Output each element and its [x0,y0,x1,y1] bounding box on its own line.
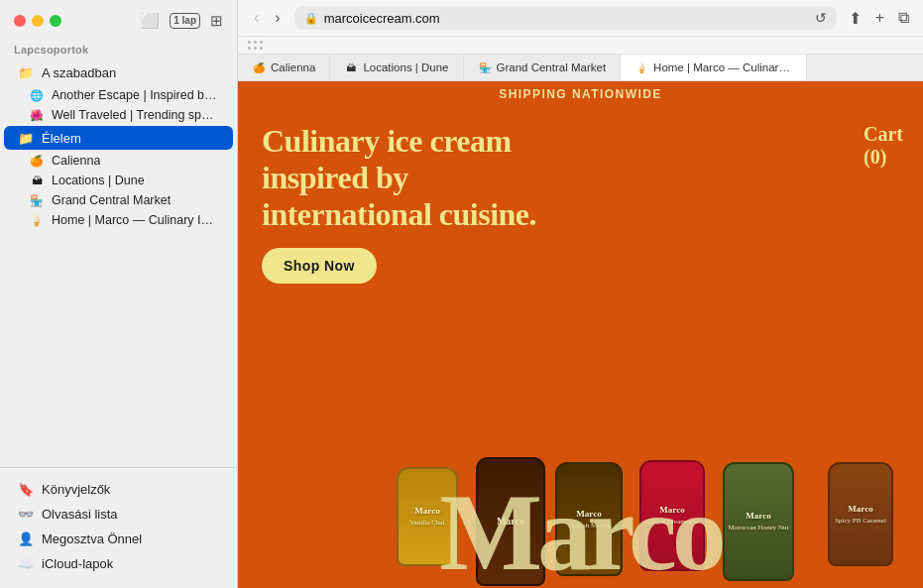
marco-tab-title: Home | Marco — Culinary Ice Cream [653,61,792,73]
sidebar-item-another-escape[interactable]: 🌐 Another Escape | Inspired by nature [4,85,233,105]
group-szabadban-label: A szabadban [42,65,116,80]
close-button[interactable] [14,15,26,27]
drag-dots-row [238,37,923,55]
tab-calienna[interactable]: 🍊 Calienna [238,55,330,80]
dune-tab-favicon: 🏔 [344,60,358,74]
dune-tab-title: Locations | Dune [363,61,448,73]
lock-icon: 🔒 [304,12,318,25]
grand-central-favicon: 🏪 [30,193,44,207]
shared-icon: 👤 [18,530,34,546]
sidebar: ⬜ 1 lap ⊞ Lapcsoportok 📁 A szabadban 🌐 A… [0,0,238,588]
forward-button[interactable]: › [269,7,286,29]
tub-dark-chocolate: Marco [476,457,545,586]
reading-list-icon: 👓 [18,506,34,522]
shared-label: Megosztva Önnel [42,531,142,546]
traffic-lights [14,15,61,27]
shop-now-button[interactable]: Shop Now [262,248,377,284]
tab-grand-central[interactable]: 🏪 Grand Central Market [464,55,622,80]
marco-tab-favicon: 🍦 [635,60,648,74]
sidebar-item-reading-list[interactable]: 👓 Olvasási lista [4,502,233,526]
shipping-banner: SHIPPING NATIONWIDE [238,81,923,107]
group-elelem-label: Élelem [42,131,81,146]
well-traveled-favicon: 🌺 [30,108,44,122]
tub-moroccan-honey: MarcoMoroccan Honey Nut [723,462,794,581]
cart-button[interactable]: Cart (0) [864,123,903,169]
folder-icon: 📁 [18,64,34,80]
icloud-icon: ☁️ [18,555,34,571]
tub-ginger-dreamsicle: MarcoGinger Dreamsicle [639,460,705,571]
dune-label: Locations | Dune [52,174,145,187]
new-tab-button[interactable]: + [871,7,888,30]
bookmarks-icon: 🔖 [18,481,34,497]
sidebar-top-bar: ⬜ 1 lap ⊞ [0,0,237,36]
grand-central-tab-favicon: 🏪 [478,60,492,74]
toolbar: ‹ › 🔒 marcoicecream.com ↺ ⬆ + ⧉ [238,0,923,37]
fullscreen-button[interactable] [50,15,61,27]
hero-headline: Culinary ice cream inspired by internati… [262,123,536,232]
sidebar-item-icloud-tabs[interactable]: ☁️ iCloud-lapok [4,551,233,575]
marco-label: Home | Marco — Culinary Ice Cream [52,213,219,227]
another-escape-favicon: 🌐 [30,88,44,102]
minimize-button[interactable] [32,15,44,27]
bookmarks-label: Könyvjelzők [42,482,110,497]
groups-section-label: Lapcsoportok [0,36,237,59]
toolbar-actions: ⬆ + ⧉ [845,7,913,30]
marco-favicon: 🍦 [30,213,44,227]
share-button[interactable]: ⬆ [845,7,865,30]
back-button[interactable]: ‹ [248,7,265,29]
sidebar-item-calienna[interactable]: 🍊 Calienna [4,151,233,171]
drag-dot [248,41,251,44]
address-bar[interactable]: 🔒 marcoicecream.com ↺ [294,6,837,30]
drag-dot [248,47,251,50]
drag-dots [248,41,264,51]
calienna-label: Calienna [52,154,100,168]
sidebar-item-bookmarks[interactable]: 🔖 Könyvjelzők [4,477,233,501]
drag-dot [260,47,263,50]
sidebar-item-locations-dune[interactable]: 🏔 Locations | Dune [4,171,233,190]
calienna-favicon: 🍊 [30,154,44,168]
headline-line1: Culinary ice cream [262,123,512,159]
hero-text-overlay: Culinary ice cream inspired by internati… [262,123,536,284]
tab-dune[interactable]: 🏔 Locations | Dune [330,55,463,80]
icloud-label: iCloud-lapok [42,556,113,571]
sidebar-item-well-traveled[interactable]: 🌺 Well Traveled | Trending spots, en... [4,105,233,125]
tub-vanilla-chai: MarcoVanilla Chai [397,467,458,566]
url-text: marcoicecream.com [324,11,809,26]
group-szabadban: 📁 A szabadban 🌐 Another Escape | Inspire… [0,59,237,125]
cart-count: (0) [864,146,886,168]
folder-elelem-icon: 📁 [18,130,34,146]
hero-section: Cart (0) Culinary ice cream inspired by … [238,107,923,586]
headline-line3: international cuisine. [262,196,536,232]
web-content: SHIPPING NATIONWIDE Cart (0) Culinary ic… [238,81,923,588]
tub-turkish-mocha: MarcoTurkish Mocha [555,462,623,576]
nav-buttons: ‹ › [248,7,287,29]
sidebar-bottom: 🔖 Könyvjelzők 👓 Olvasási lista 👤 Megoszt… [0,467,237,588]
sidebar-item-shared[interactable]: 👤 Megosztva Önnel [4,527,233,550]
headline-line2: inspired by [262,160,408,195]
sidebar-top-right-icons: ⬜ 1 lap ⊞ [141,12,223,30]
sidebar-item-marco[interactable]: 🍦 Home | Marco — Culinary Ice Cream [4,210,233,230]
calienna-tab-title: Calienna [271,61,315,73]
reading-list-label: Olvasási lista [42,507,118,522]
another-escape-label: Another Escape | Inspired by nature [52,88,219,102]
cart-label: Cart [864,123,903,145]
group-elelem: 📁 Élelem 🍊 Calienna 🏔 Locations | Dune 🏪… [0,125,237,230]
grand-central-label: Grand Central Market [52,193,171,207]
grand-central-tab-title: Grand Central Market [497,61,607,73]
reload-button[interactable]: ↺ [815,10,827,26]
sidebar-item-group-szabadban[interactable]: 📁 A szabadban [4,60,233,84]
sidebar-item-grand-central[interactable]: 🏪 Grand Central Market [4,190,233,210]
sidebar-item-group-elelem[interactable]: 📁 Élelem [4,126,233,150]
drag-dot [254,41,257,44]
well-traveled-label: Well Traveled | Trending spots, en... [52,108,219,122]
browser-pane: ‹ › 🔒 marcoicecream.com ↺ ⬆ + ⧉ 🍊 Calien… [238,0,923,588]
tab-count-badge: 1 lap [170,13,200,29]
tabs-row: 🍊 Calienna 🏔 Locations | Dune 🏪 Grand Ce… [238,55,923,81]
drag-dot [260,41,263,44]
sidebar-toggle-icon[interactable]: ⬜ [141,12,160,30]
tab-marco[interactable]: 🍦 Home | Marco — Culinary Ice Cream [621,55,807,81]
new-tab-icon[interactable]: ⊞ [210,12,223,30]
drag-dot [254,47,257,50]
windows-button[interactable]: ⧉ [894,7,913,30]
dune-favicon: 🏔 [30,174,44,187]
